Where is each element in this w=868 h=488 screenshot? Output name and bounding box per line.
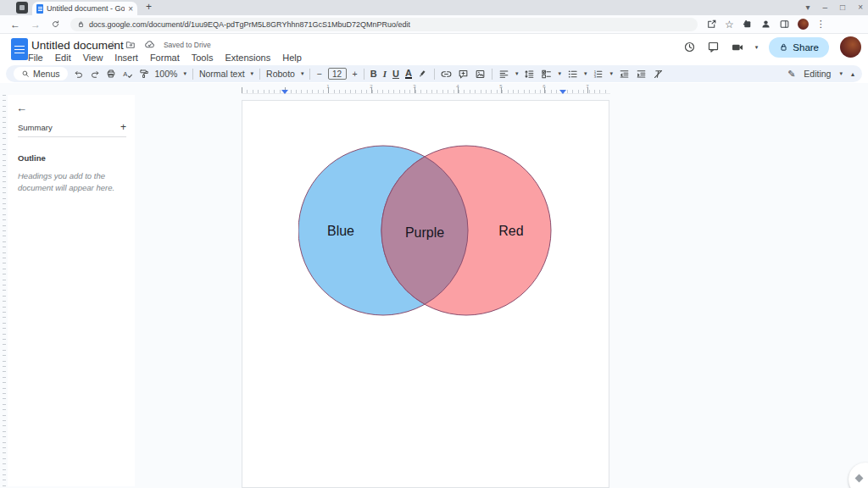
toolbar-divider [309, 69, 310, 80]
add-summary-button[interactable]: + [120, 121, 126, 133]
undo-button[interactable] [74, 69, 84, 79]
move-folder-icon[interactable] [125, 40, 136, 50]
share-page-icon[interactable] [706, 19, 717, 30]
window-menu-icon[interactable]: ▾ [806, 3, 810, 12]
menu-format[interactable]: Format [150, 53, 180, 63]
tab-strip-app-icon[interactable] [16, 2, 28, 14]
browser-avatar[interactable] [798, 19, 809, 30]
menus-search-button[interactable]: Menus [14, 67, 68, 80]
redo-button[interactable] [90, 69, 100, 79]
browser-forward-icon: → [31, 19, 41, 30]
font-select[interactable]: Roboto [266, 69, 295, 79]
toolbar-divider [492, 69, 492, 80]
menu-edit[interactable]: Edit [55, 53, 71, 63]
menu-help[interactable]: Help [282, 53, 302, 63]
window-minimize-icon[interactable]: – [823, 3, 828, 12]
increase-indent-button[interactable] [636, 69, 647, 80]
browser-back-icon[interactable]: ← [10, 19, 20, 30]
tab-close-icon[interactable]: × [128, 4, 133, 14]
bold-button[interactable]: B [370, 69, 377, 79]
venn-diagram[interactable]: Blue Purple Red [298, 145, 552, 317]
window-controls: ▾ – □ × [806, 0, 863, 14]
url-text: docs.google.com/document/d/1uu9EQA-pdTgP… [89, 20, 410, 29]
left-indent-marker[interactable] [281, 90, 288, 94]
zoom-select[interactable]: 100% [155, 69, 178, 79]
insert-image-button[interactable] [475, 69, 486, 80]
bulleted-list-button[interactable] [567, 69, 578, 80]
menu-bar: File Edit View Insert Format Tools Exten… [28, 53, 302, 63]
increase-font-size-button[interactable]: + [353, 69, 358, 79]
meet-video-icon[interactable] [731, 41, 744, 54]
font-caret-icon[interactable]: ▾ [301, 70, 304, 77]
checklist-caret-icon[interactable]: ▾ [558, 70, 561, 77]
browser-refresh-icon[interactable] [51, 19, 60, 29]
horizontal-ruler[interactable]: 1 2 3 4 5 6 7 [242, 83, 610, 94]
spelling-check-button[interactable] [122, 69, 133, 80]
insert-link-button[interactable] [441, 69, 452, 80]
editing-mode-button[interactable]: Editing [804, 69, 831, 79]
outline-panel: ← Summary + Outline Headings you add to … [8, 95, 135, 486]
editing-mode-caret-icon[interactable]: ▾ [839, 70, 843, 77]
paragraph-style-select[interactable]: Normal text [199, 69, 245, 79]
browser-action-icons: ☆ ⋮ [706, 19, 826, 30]
menu-extensions[interactable]: Extensions [225, 53, 270, 63]
star-document-icon[interactable]: ☆ [108, 39, 117, 50]
browser-address-bar: ← → docs.google.com/document/d/1uu9EQA-p… [0, 15, 868, 34]
checklist-button[interactable] [541, 69, 552, 80]
new-tab-button[interactable]: + [146, 1, 152, 13]
window-close-icon[interactable]: × [858, 3, 863, 12]
extensions-icon[interactable] [742, 19, 753, 30]
share-button-label: Share [793, 42, 819, 53]
ruler-number: 1 [326, 84, 329, 89]
close-outline-icon[interactable]: ← [16, 102, 27, 114]
account-avatar[interactable] [840, 36, 861, 58]
ruler-number: 7 [586, 84, 588, 89]
align-button[interactable] [498, 69, 509, 80]
print-button[interactable] [106, 69, 116, 79]
bookmark-star-icon[interactable]: ☆ [725, 19, 734, 30]
clear-formatting-button[interactable] [653, 69, 664, 80]
decrease-indent-button[interactable] [619, 69, 630, 80]
align-caret-icon[interactable]: ▾ [515, 70, 519, 77]
side-panel-icon[interactable] [779, 19, 790, 30]
highlight-color-button[interactable] [418, 69, 428, 79]
share-lock-icon [779, 42, 788, 52]
share-button[interactable]: Share [769, 37, 829, 58]
window-maximize-icon[interactable]: □ [840, 3, 845, 12]
zoom-caret-icon[interactable]: ▾ [183, 70, 186, 77]
line-spacing-button[interactable] [524, 69, 535, 80]
outline-label: Outline [18, 153, 46, 163]
lock-icon [77, 20, 85, 28]
right-indent-marker[interactable] [559, 90, 566, 94]
open-comments-icon[interactable] [707, 41, 720, 53]
menu-insert[interactable]: Insert [114, 53, 138, 63]
numbered-list-caret-icon[interactable]: ▾ [609, 70, 613, 77]
header-right-actions: ▾ Share [683, 36, 861, 58]
docs-logo-icon[interactable] [11, 38, 28, 60]
paint-format-button[interactable] [139, 69, 149, 79]
profile-icon[interactable] [760, 19, 771, 30]
bulleted-list-caret-icon[interactable]: ▾ [584, 70, 587, 77]
text-color-button[interactable]: A [405, 69, 412, 79]
document-page[interactable]: Blue Purple Red [242, 100, 609, 488]
decrease-font-size-button[interactable]: − [316, 69, 321, 79]
numbered-list-button[interactable] [593, 69, 604, 80]
add-comment-button[interactable] [458, 69, 469, 80]
toolbar-divider [259, 69, 260, 80]
version-history-icon[interactable] [683, 41, 696, 53]
italic-button[interactable]: I [383, 69, 387, 79]
menu-tools[interactable]: Tools [192, 53, 214, 63]
document-canvas: 1 2 3 4 5 6 7 ← Summary + Outline Headin… [0, 83, 868, 488]
url-bar[interactable]: docs.google.com/document/d/1uu9EQA-pdTgP… [70, 18, 698, 31]
browser-tab[interactable]: Untitled document - Google D × [32, 2, 137, 15]
style-caret-icon[interactable]: ▾ [251, 70, 254, 77]
meet-caret-icon[interactable]: ▾ [755, 44, 759, 51]
font-size-input[interactable]: 12 [328, 68, 347, 80]
collapse-toolbar-icon[interactable]: ▴ [851, 70, 854, 78]
underline-button[interactable]: U [392, 69, 399, 79]
browser-menu-kebab-icon[interactable]: ⋮ [816, 19, 826, 30]
tab-strip-app-icon-inner [19, 5, 25, 10]
menu-view[interactable]: View [83, 53, 103, 63]
venn-left-label: Blue [327, 224, 354, 238]
menu-file[interactable]: File [28, 53, 43, 63]
